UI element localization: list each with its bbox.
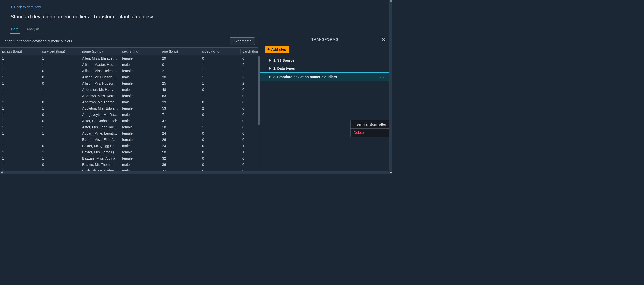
table-cell: 0 (200, 137, 240, 143)
table-cell: male (120, 74, 160, 80)
transform-step-data-types[interactable]: 2. Data types (260, 64, 389, 72)
table-cell: 1 (200, 62, 240, 68)
scroll-left-icon[interactable]: ◀ (1, 171, 3, 174)
app-horizontal-scrollbar[interactable]: ◀ ▶ (0, 171, 392, 174)
table-cell: 1 (40, 62, 80, 68)
table-cell: 0 (200, 130, 240, 137)
table-cell: 1 (0, 149, 40, 155)
table-cell: male (120, 99, 160, 105)
table-cell: female (120, 149, 160, 155)
table-cell: 1 (240, 149, 258, 155)
table-cell: 0 (240, 118, 258, 124)
back-to-data-flow-link[interactable]: Back to data flow (11, 5, 41, 9)
table-cell: female (120, 93, 160, 99)
table-cell: 1 (0, 124, 40, 130)
table-cell: 71 (160, 112, 200, 118)
more-menu-icon[interactable]: ⋯ (380, 75, 385, 79)
column-header[interactable]: pclass (long) (0, 47, 40, 55)
table-cell: 1 (200, 118, 240, 124)
table-cell: 1 (40, 155, 80, 162)
table-cell: 0 (40, 80, 80, 87)
table-cell: 63 (160, 93, 200, 99)
column-header[interactable]: age (long) (160, 47, 200, 55)
table-cell: 0 (40, 68, 80, 74)
table-cell: Andrews, Mr. Thomas Jr (80, 99, 120, 105)
table-cell: 1 (0, 143, 40, 149)
table-cell: 1 (0, 68, 40, 74)
table-cell: 0 (200, 55, 240, 62)
table-cell: 1 (0, 55, 40, 62)
table-cell: 32 (160, 155, 200, 162)
table-cell: 25 (160, 80, 200, 87)
table-cell: 0 (40, 112, 80, 118)
add-step-label: Add step (271, 47, 286, 51)
table-cell: female (120, 130, 160, 137)
column-header[interactable]: sibsp (long) (200, 47, 240, 55)
table-cell: 0 (200, 162, 240, 168)
table-cell: Astor, Mrs. John Jacob (… (80, 124, 120, 130)
add-step-button[interactable]: + Add step (265, 46, 289, 53)
data-grid: pclass (long)survived (long)name (string… (0, 47, 260, 171)
column-header[interactable]: name (string) (80, 47, 120, 55)
table-cell: 36 (160, 162, 200, 168)
table-cell: female (120, 137, 160, 143)
step-label: Step 3. Standard deviation numeric outli… (5, 39, 72, 43)
table-cell: 0 (240, 124, 258, 130)
chevron-right-icon (269, 76, 271, 78)
table-cell: 0 (40, 143, 80, 149)
table-cell: 2 (160, 68, 200, 74)
close-panel-icon[interactable]: ✕ (381, 36, 386, 42)
table-cell: 1 (0, 130, 40, 137)
table-cell: Beckwith, Mr. Richard L… (80, 168, 120, 171)
step-context-menu: Insert transform after Delete (350, 120, 389, 137)
table-cell: 24 (160, 130, 200, 137)
transform-step-label: 2. Data types (273, 66, 295, 70)
table-cell: Allison, Miss. Helen Lor… (80, 68, 120, 74)
column-header[interactable]: sex (string) (120, 47, 160, 55)
table-cell: 0 (200, 155, 240, 162)
app-vertical-scrollbar[interactable] (389, 0, 392, 171)
table-cell: 2 (200, 105, 240, 112)
table-cell: 0 (160, 62, 200, 68)
column-header[interactable]: parch (long) (240, 47, 258, 55)
table-cell: 1 (40, 168, 80, 171)
table-cell: 0 (40, 118, 80, 124)
table-cell: Aubart, Mme. Leontine … (80, 130, 120, 137)
page-title: Standard deviation numeric outliers · Tr… (11, 14, 379, 20)
table-cell: 1 (0, 168, 40, 171)
table-cell: 0 (240, 130, 258, 137)
table-cell: 1 (40, 93, 80, 99)
column-header[interactable]: survived (long) (40, 47, 80, 55)
table-cell: 37 (160, 168, 200, 171)
transform-step-std-dev-outliers[interactable]: 3. Standard deviation numeric outliers ⋯ (260, 72, 389, 81)
table-cell: male (120, 87, 160, 93)
table-cell: Allison, Master. Hudson… (80, 62, 120, 68)
table-cell: 1 (0, 74, 40, 80)
table-cell: 53 (160, 105, 200, 112)
transform-step-s3-source[interactable]: 1. S3 Source (260, 56, 389, 64)
table-cell: 50 (160, 149, 200, 155)
tab-analysis[interactable]: Analysis (26, 25, 40, 34)
table-cell: 0 (200, 143, 240, 149)
table-cell: female (120, 124, 160, 130)
table-cell: 0 (240, 155, 258, 162)
tab-data[interactable]: Data (11, 25, 19, 34)
table-cell: 1 (0, 80, 40, 87)
table-cell: 1 (200, 93, 240, 99)
transforms-panel: TRANSFORMS ✕ + Add step 1. S3 Source 2. … (260, 34, 389, 171)
table-vertical-scrollbar[interactable] (258, 56, 260, 125)
table-cell: male (120, 112, 160, 118)
menu-insert-transform-after[interactable]: Insert transform after (351, 120, 389, 128)
transform-step-label: 3. Standard deviation numeric outliers (273, 75, 337, 79)
table-cell: male (120, 62, 160, 68)
menu-delete[interactable]: Delete (351, 129, 389, 137)
table-cell: 0 (200, 149, 240, 155)
table-cell: female (120, 55, 160, 62)
table-cell: 1 (0, 118, 40, 124)
export-data-button[interactable]: Export data (230, 37, 255, 45)
table-cell: 1 (40, 87, 80, 93)
tabs: Data Analysis (11, 25, 379, 34)
table-cell: 1 (200, 124, 240, 130)
table-cell: female (120, 80, 160, 87)
scroll-right-icon[interactable]: ▶ (390, 171, 392, 174)
